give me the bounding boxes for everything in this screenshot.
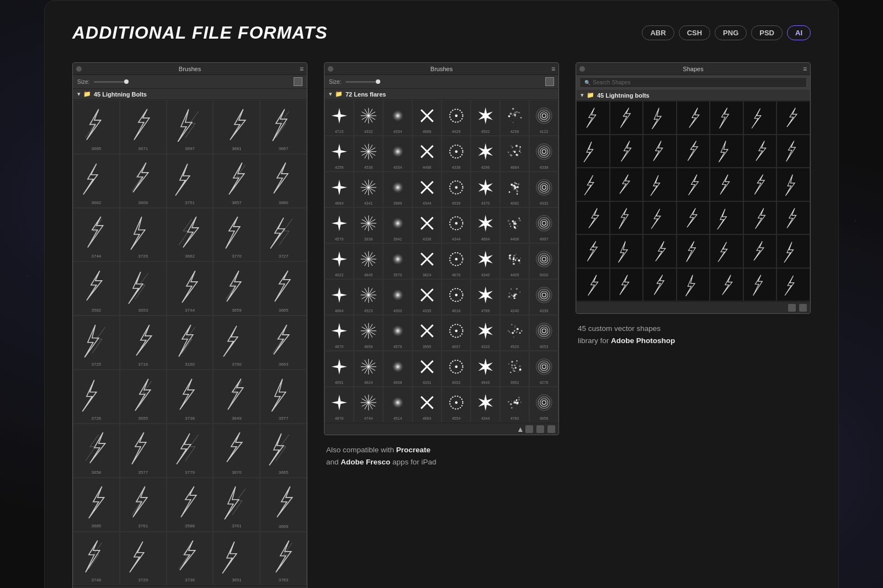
ps-size-label-1: Size:	[77, 79, 89, 85]
svg-point-193	[391, 252, 405, 266]
ps-save-btn-2[interactable]	[536, 425, 544, 433]
brush-number-label: 3697	[185, 146, 195, 151]
svg-point-70	[516, 149, 517, 149]
lightning-preview	[216, 536, 257, 577]
ps-folder-icon-2: 📁	[335, 90, 343, 98]
ps-edit-icon-1[interactable]	[294, 77, 302, 86]
lens-number-label: 4007	[452, 345, 461, 349]
lightning-preview	[169, 536, 211, 577]
svg-point-39	[508, 115, 510, 117]
lightning-preview	[76, 319, 117, 361]
lightning-preview	[263, 427, 304, 469]
lens-cell: 4300	[383, 279, 412, 315]
ps-delete-btn-3[interactable]	[799, 304, 807, 312]
lens-number-label: 4664	[335, 309, 344, 313]
badge-csh[interactable]: CSH	[679, 25, 710, 40]
ps-close-btn-3[interactable]	[579, 66, 585, 72]
lens-cell: 4122	[529, 100, 558, 136]
shape-cell	[576, 101, 610, 135]
ps-menu-icon-1[interactable]: ≡	[300, 65, 304, 73]
brush-number-label: 3744	[185, 308, 195, 313]
svg-point-402	[540, 398, 547, 406]
svg-line-15	[421, 116, 427, 122]
ps-folder-label-1: 45 Lightning Bolts	[94, 91, 147, 98]
lens-cell: 4514	[383, 387, 412, 423]
ps-delete-btn-2[interactable]	[547, 425, 555, 433]
lens-preview	[355, 354, 381, 379]
svg-point-35	[510, 120, 510, 121]
lens-preview	[385, 174, 411, 200]
lightning-cell: 3770	[213, 208, 260, 262]
lightning-cell: 3671	[120, 100, 167, 154]
ps-folder-label-3: 45 Lightning bolts	[597, 92, 650, 99]
lens-number-label: 4332	[540, 201, 549, 205]
svg-point-130	[514, 186, 516, 188]
ps-close-btn-1[interactable]	[76, 66, 82, 72]
svg-point-296	[517, 331, 517, 332]
lens-preview	[443, 103, 469, 129]
lens-preview	[326, 318, 352, 344]
shape-cell	[610, 101, 643, 135]
lens-preview	[472, 282, 498, 308]
badge-png[interactable]: PNG	[715, 25, 747, 40]
ps-menu-icon-3[interactable]: ≡	[803, 65, 807, 73]
svg-point-131	[542, 185, 546, 189]
brush-number-label: 3806	[138, 200, 148, 205]
svg-point-41	[542, 114, 546, 117]
lightning-cell: 3729	[120, 532, 167, 586]
lightning-cell: 3760	[213, 316, 260, 370]
shape-cell	[677, 135, 710, 168]
panel-3-caption: 45 custom vector shapes library for Adob…	[576, 323, 811, 346]
lens-number-label: 4300	[393, 309, 402, 313]
svg-point-394	[510, 403, 512, 405]
svg-point-120	[516, 189, 517, 190]
ps-edit-icon-2[interactable]	[545, 77, 554, 86]
lens-number-label: 4429	[452, 130, 461, 133]
ps-size-slider-2[interactable]	[345, 81, 379, 83]
lens-preview	[472, 246, 498, 272]
lightning-preview	[263, 482, 304, 523]
brush-number-label: 3761	[138, 523, 148, 528]
ps-size-slider-1[interactable]	[94, 81, 127, 83]
lightning-preview	[216, 427, 257, 469]
lens-preview	[326, 246, 352, 272]
lightning-preview	[169, 482, 211, 523]
lens-number-label: 4789	[481, 309, 490, 313]
shape-cell	[743, 234, 777, 268]
lightning-preview	[263, 158, 304, 199]
lens-cell: 4339	[529, 279, 558, 315]
shape-cell	[610, 201, 643, 235]
svg-point-384	[520, 402, 521, 402]
shape-cell	[710, 168, 743, 201]
svg-line-284	[427, 331, 433, 337]
lens-number-label: 4664	[423, 416, 432, 420]
ps-close-btn-2[interactable]	[328, 66, 333, 72]
badge-psd[interactable]: PSD	[751, 25, 783, 40]
svg-point-399	[515, 400, 516, 400]
ps-folder-btn-3[interactable]	[788, 304, 796, 312]
brush-number-label: 3726	[138, 254, 148, 259]
lightning-cell: 3744	[73, 208, 120, 262]
svg-point-264	[514, 294, 515, 296]
lightning-cell: 3726	[120, 208, 167, 262]
brush-number-label: 3725	[92, 362, 102, 367]
svg-point-244	[455, 293, 458, 296]
lens-preview	[414, 318, 440, 344]
lightning-cell: 3685	[73, 478, 120, 532]
lightning-preview	[216, 158, 257, 199]
badge-ai[interactable]: AI	[787, 25, 811, 40]
ps-folder-btn-2[interactable]	[525, 425, 533, 433]
badge-abr[interactable]: ABR	[642, 25, 674, 40]
lens-cell: 4331	[412, 351, 442, 387]
format-badges: ABR CSH PNG PSD AI	[642, 25, 811, 40]
lens-cell: 4370	[471, 172, 500, 207]
search-icon: 🔍	[584, 80, 591, 85]
lens-preview	[502, 174, 528, 200]
lens-cell: 4664	[325, 279, 354, 315]
lens-cell: 4579	[325, 207, 354, 243]
svg-marker-45	[331, 143, 347, 159]
lens-number-label: 4332	[364, 130, 373, 133]
ps-menu-icon-2[interactable]: ≡	[551, 65, 555, 73]
lens-number-label: 3570	[393, 273, 402, 277]
lightning-cell: 3738	[167, 370, 214, 424]
